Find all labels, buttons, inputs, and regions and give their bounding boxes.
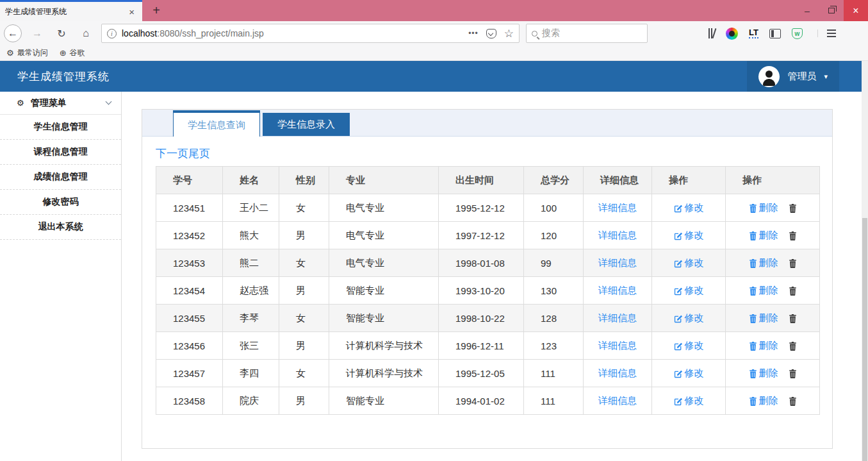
scrollbar-thumb[interactable] [862,218,867,461]
sidebar-item[interactable]: 课程信息管理 [0,140,121,165]
student-id: 123454 [156,277,223,305]
student-birthdate: 1996-12-11 [439,332,524,360]
tab-student-query[interactable]: 学生信息查询 [173,110,260,137]
trash-button-icon[interactable] [789,287,797,296]
detail-link[interactable]: 详细信息 [598,367,637,380]
home-button[interactable]: ⌂ [77,24,95,42]
tab-student-entry[interactable]: 学生信息录入 [263,113,350,136]
bookmark-google[interactable]: ⊕ 谷歌 [60,47,85,58]
delete-cell: 删除 [726,249,820,277]
delete-link[interactable]: 删除 [749,395,778,407]
detail-link[interactable]: 详细信息 [598,257,637,269]
refresh-button[interactable]: ↻ [53,24,70,42]
edit-link[interactable]: 修改 [674,257,704,269]
trash-button-icon[interactable] [789,231,797,240]
edit-cell: 修改 [652,305,726,332]
browser-tab-title: 学生成绩管理系统 [5,6,126,17]
sidebar-item[interactable]: 学生信息管理 [0,115,121,140]
detail-cell: 详细信息 [584,277,652,305]
trash-icon [749,396,757,407]
search-input[interactable]: 搜索 [526,24,648,43]
column-header: 总学分 [524,167,584,194]
last-page-link[interactable]: 尾页 [188,147,210,160]
next-page-link[interactable]: 下一页 [156,147,188,160]
pagination: 下一页尾页 [156,146,832,161]
edit-link[interactable]: 修改 [674,285,704,297]
delete-link[interactable]: 删除 [749,230,778,242]
detail-link[interactable]: 详细信息 [598,340,637,352]
edit-link[interactable]: 修改 [674,230,704,242]
app-header: 学生成绩管理系统 管理员 ▾ [0,61,862,92]
sidebar-menu-header[interactable]: ⚙ 管理菜单 [0,92,121,115]
page-actions-icon[interactable]: ••• [468,29,479,38]
trash-button-icon[interactable] [789,204,797,213]
tab-close-icon[interactable]: × [126,6,137,17]
minimize-button[interactable]: – [795,0,819,21]
detail-link[interactable]: 详细信息 [598,312,637,324]
student-credits: 128 [524,305,584,332]
delete-link[interactable]: 删除 [749,312,778,324]
edit-link[interactable]: 修改 [674,202,704,214]
delete-link[interactable]: 删除 [749,202,778,214]
detail-link[interactable]: 详细信息 [598,230,637,242]
delete-cell: 删除 [726,222,820,249]
sidebar-item[interactable]: 成绩信息管理 [0,165,121,190]
detail-link[interactable]: 详细信息 [598,395,637,407]
column-header: 详细信息 [584,167,652,194]
trash-icon [749,285,757,296]
bookmark-most-visited[interactable]: ⚙ 最常访问 [6,47,48,58]
bookmark-star-icon[interactable]: ☆ [504,27,514,40]
content-panel: 学生信息查询 学生信息录入 下一页尾页 学号姓名性别专业出生时间总学分详细信息操… [142,109,833,449]
delete-cell: 删除 [726,332,820,360]
maximize-button[interactable] [819,0,844,21]
trash-button-icon[interactable] [789,259,797,268]
trash-icon [749,203,757,214]
library-icon[interactable] [708,28,715,38]
shield-extension-icon[interactable]: w [792,28,803,39]
detail-cell: 详细信息 [584,194,652,222]
delete-link[interactable]: 删除 [749,257,778,269]
forward-button[interactable]: → [28,24,46,42]
screenshot-extension-icon[interactable] [726,28,738,40]
column-header: 专业 [329,167,439,194]
admin-label: 管理员 [787,71,816,83]
url-text[interactable]: localhost:8080/ssh_project/main.jsp [122,28,463,38]
url-bar[interactable]: i localhost:8080/ssh_project/main.jsp ••… [101,24,520,43]
trash-button-icon[interactable] [789,314,797,323]
student-id: 123451 [156,194,223,222]
student-id: 123452 [156,222,223,249]
detail-link[interactable]: 详细信息 [598,285,637,297]
student-name: 熊二 [223,249,279,277]
trash-button-icon[interactable] [789,397,797,406]
site-info-icon[interactable]: i [107,29,117,38]
edit-cell: 修改 [652,249,726,277]
edit-link[interactable]: 修改 [674,340,704,352]
sidebar-item[interactable]: 退出本系统 [0,215,121,240]
new-tab-button[interactable]: + [146,0,167,21]
delete-link[interactable]: 删除 [749,340,778,352]
detail-cell: 详细信息 [584,249,652,277]
edit-link[interactable]: 修改 [674,395,704,407]
sidebar-item[interactable]: 修改密码 [0,190,121,215]
detail-link[interactable]: 详细信息 [598,202,637,214]
pocket-icon[interactable] [486,29,496,38]
trash-button-icon[interactable] [789,369,797,378]
close-button[interactable]: × [844,0,868,21]
delete-link[interactable]: 删除 [749,367,778,380]
back-button[interactable]: ← [4,24,22,42]
edit-cell: 修改 [652,360,726,387]
admin-dropdown[interactable]: 管理员 ▾ [747,61,839,92]
edit-link[interactable]: 修改 [674,367,704,380]
delete-link[interactable]: 删除 [749,285,778,297]
table-header-row: 学号姓名性别专业出生时间总学分详细信息操作操作 [156,167,820,194]
menu-icon[interactable] [817,29,836,37]
page-scrollbar[interactable] [862,61,868,461]
edit-link[interactable]: 修改 [674,312,704,324]
edit-icon [674,230,683,241]
trash-icon [749,368,757,379]
trash-button-icon[interactable] [789,342,797,351]
caret-down-icon: ▾ [824,72,828,81]
sidebar-toggle-icon[interactable] [769,29,781,38]
browser-tab[interactable]: 学生成绩管理系统 × [0,0,142,21]
languagetool-icon[interactable]: LT [749,28,758,38]
